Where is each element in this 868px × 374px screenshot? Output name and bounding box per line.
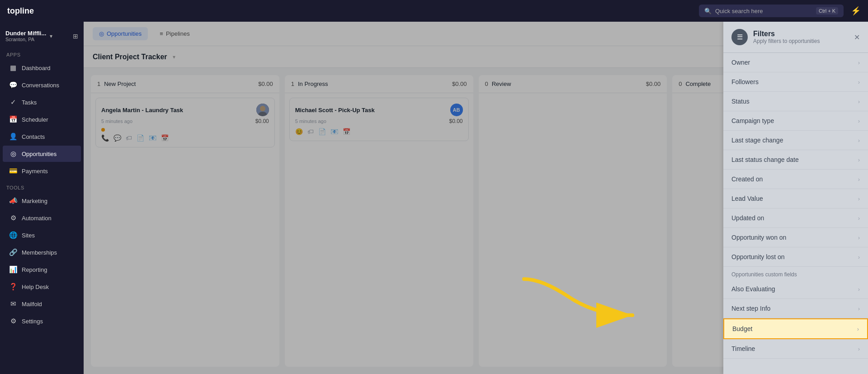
- content-area: ◎ Opportunities ≡ Pipelines Client Proje…: [84, 22, 868, 374]
- sidebar-section-apps: Apps: [0, 47, 84, 59]
- search-shortcut: Ctrl + K: [816, 7, 838, 14]
- filter-item-label: Next step Info: [731, 305, 770, 312]
- chevron-right-icon: ›: [858, 137, 860, 144]
- helpdesk-icon: ❓: [9, 283, 17, 291]
- filter-item-last-status-change-date[interactable]: Last status change date ›: [723, 150, 868, 170]
- sidebar-item-tasks[interactable]: ✓ Tasks: [3, 94, 81, 110]
- chevron-down-icon: ▾: [50, 33, 52, 39]
- sidebar-item-contacts[interactable]: 👤 Contacts: [3, 128, 81, 145]
- memberships-icon: 🔗: [9, 248, 17, 256]
- opportunities-icon: ◎: [9, 150, 17, 158]
- sidebar-item-scheduler[interactable]: 📅 Scheduler: [3, 111, 81, 128]
- filter-item-created-on[interactable]: Created on ›: [723, 170, 868, 189]
- filter-item-label: Opportunity lost on: [731, 253, 785, 260]
- filter-item-budget[interactable]: Budget ›: [723, 318, 868, 339]
- filter-item-label: Campaign type: [731, 117, 774, 124]
- filter-item-label: Followers: [731, 78, 759, 85]
- topbar: topline 🔍 Quick search here Ctrl + K ⚡: [0, 0, 868, 22]
- filter-item-opportunity-won-on[interactable]: Opportunity won on ›: [723, 228, 868, 247]
- sidebar-item-label: Automation: [22, 215, 52, 222]
- filter-item-campaign-type[interactable]: Campaign type ›: [723, 111, 868, 131]
- sidebar-item-label: Settings: [22, 318, 43, 325]
- chevron-right-icon: ›: [858, 346, 860, 352]
- chevron-right-icon: ›: [858, 98, 860, 105]
- filter-item-also-evaluating[interactable]: Also Evaluating ›: [723, 279, 868, 299]
- filter-item-next-step-info[interactable]: Next step Info ›: [723, 299, 868, 318]
- account-location: Scranton, PA: [5, 37, 46, 42]
- sidebar-item-sites[interactable]: 🌐 Sites: [3, 227, 81, 243]
- filter-item-opportunity-lost-on[interactable]: Opportunity lost on ›: [723, 247, 868, 267]
- sidebar-item-memberships[interactable]: 🔗 Memberships: [3, 244, 81, 260]
- sidebar-item-payments[interactable]: 💳 Payments: [3, 163, 81, 179]
- filter-item-timeline[interactable]: Timeline ›: [723, 339, 868, 359]
- sidebar-item-label: Mailfold: [22, 301, 42, 308]
- filter-subtitle: Apply filters to opportunities: [753, 38, 820, 44]
- sidebar-item-marketing[interactable]: 📣 Marketing: [3, 193, 81, 209]
- sidebar-item-automation[interactable]: ⚙ Automation: [3, 210, 81, 226]
- mailfold-icon: ✉: [9, 300, 17, 308]
- close-icon[interactable]: ✕: [854, 33, 860, 42]
- filter-item-label: Lead Value: [731, 195, 763, 202]
- sidebar-item-label: Opportunities: [22, 151, 57, 157]
- sidebar-item-dashboard[interactable]: ▦ Dashboard: [3, 60, 81, 76]
- custom-fields-section-label: Opportunities custom fields: [723, 267, 868, 279]
- search-icon: 🔍: [704, 8, 712, 14]
- filter-item-owner[interactable]: Owner ›: [723, 53, 868, 72]
- filter-item-updated-on[interactable]: Updated on ›: [723, 208, 868, 228]
- sidebar-section-tools: Tools: [0, 180, 84, 192]
- filter-item-label: Last stage change: [731, 137, 783, 144]
- filter-item-label: Status: [731, 98, 750, 105]
- sidebar-item-label: Memberships: [22, 249, 57, 256]
- sites-icon: 🌐: [9, 231, 17, 239]
- chevron-right-icon: ›: [858, 156, 860, 163]
- sidebar-item-mailfold[interactable]: ✉ Mailfold: [3, 296, 81, 312]
- filter-item-followers[interactable]: Followers ›: [723, 72, 868, 92]
- sidebar-item-opportunities[interactable]: ◎ Opportunities: [3, 146, 81, 162]
- sidebar-item-label: Conversations: [22, 82, 59, 89]
- filter-item-status[interactable]: Status ›: [723, 92, 868, 111]
- reporting-icon: 📊: [9, 265, 17, 274]
- filter-title-group: Filters Apply filters to opportunities: [753, 30, 820, 44]
- sidebar-item-label: Tasks: [22, 99, 37, 106]
- filter-item-lead-value[interactable]: Lead Value ›: [723, 189, 868, 208]
- sidebar-item-label: Scheduler: [22, 116, 48, 123]
- sidebar: Dunder Miffli... Scranton, PA ▾ ⊞ Apps ▦…: [0, 22, 84, 374]
- chevron-right-icon: ›: [858, 176, 860, 183]
- chevron-right-icon: ›: [858, 254, 860, 260]
- contacts-icon: 👤: [9, 133, 17, 141]
- layout-icon: ⊞: [73, 33, 78, 40]
- chevron-right-icon: ›: [857, 326, 859, 332]
- filter-item-label: Also Evaluating: [731, 285, 775, 293]
- automation-icon: ⚙: [9, 214, 17, 222]
- logo: topline: [7, 6, 34, 16]
- search-bar[interactable]: 🔍 Quick search here Ctrl + K: [699, 5, 844, 17]
- filter-item-last-stage-change[interactable]: Last stage change ›: [723, 131, 868, 150]
- dashboard-icon: ▦: [9, 64, 17, 72]
- sidebar-item-label: Dashboard: [22, 65, 51, 71]
- sidebar-item-settings[interactable]: ⚙ Settings: [3, 313, 81, 329]
- chevron-right-icon: ›: [858, 305, 860, 312]
- filter-item-label: Budget: [732, 325, 752, 332]
- chevron-right-icon: ›: [858, 234, 860, 241]
- sidebar-item-conversations[interactable]: 💬 Conversations: [3, 77, 81, 93]
- chevron-right-icon: ›: [858, 79, 860, 85]
- account-switcher[interactable]: Dunder Miffli... Scranton, PA ▾ ⊞: [0, 25, 84, 47]
- chevron-right-icon: ›: [858, 118, 860, 124]
- settings-icon: ⚙: [9, 317, 17, 325]
- sidebar-item-reporting[interactable]: 📊 Reporting: [3, 261, 81, 278]
- lightning-icon[interactable]: ⚡: [851, 6, 861, 16]
- filter-panel: ☰ Filters Apply filters to opportunities…: [723, 22, 868, 374]
- chevron-right-icon: ›: [858, 286, 860, 293]
- scheduler-icon: 📅: [9, 115, 17, 123]
- sidebar-item-label: Sites: [22, 232, 35, 239]
- tasks-icon: ✓: [9, 98, 17, 106]
- marketing-icon: 📣: [9, 197, 17, 205]
- chevron-right-icon: ›: [858, 59, 860, 66]
- filter-icon: ☰: [731, 29, 748, 45]
- filter-item-label: Created on: [731, 175, 763, 183]
- conversations-icon: 💬: [9, 81, 17, 89]
- sidebar-item-label: Help Desk: [22, 284, 49, 290]
- sidebar-item-helpdesk[interactable]: ❓ Help Desk: [3, 279, 81, 295]
- payments-icon: 💳: [9, 167, 17, 175]
- sidebar-item-label: Marketing: [22, 198, 47, 204]
